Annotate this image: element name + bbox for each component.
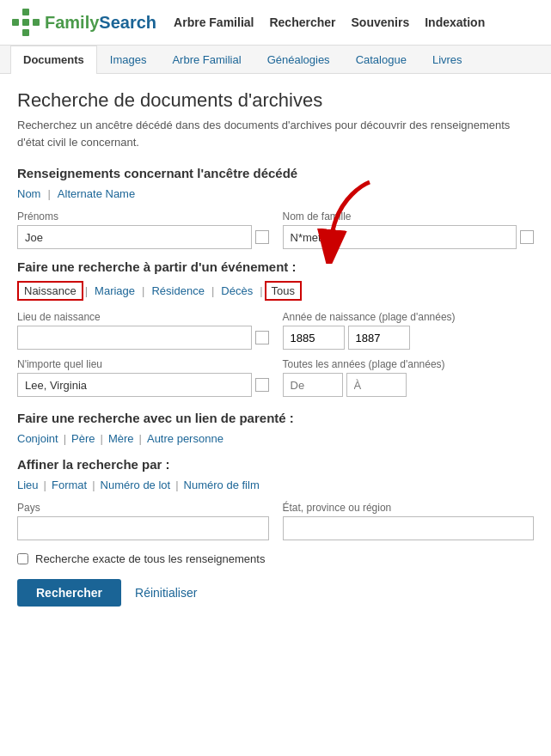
parente-section: Faire une recherche avec un lien de pare… <box>17 411 534 445</box>
lieu-annee-row: Lieu de naissance Année de naissance (pl… <box>17 311 534 350</box>
nav-souvenirs[interactable]: Souvenirs <box>352 15 410 29</box>
ancestor-section-title: Renseignements concernant l'ancêtre décé… <box>17 166 534 180</box>
etat-group: État, province ou région <box>283 502 535 540</box>
svg-rect-4 <box>22 29 29 36</box>
affiner-format[interactable]: Format <box>52 479 87 491</box>
affiner-section: Affiner la recherche par : Lieu | Format… <box>17 457 534 540</box>
reset-button[interactable]: Réinitialiser <box>135 586 197 600</box>
prenom-label: Prénoms <box>17 210 269 223</box>
page-description: Recherchez un ancêtre décédé dans des do… <box>17 117 534 150</box>
svg-rect-0 <box>22 9 29 15</box>
alternate-name-link[interactable]: Alternate Name <box>58 187 135 200</box>
country-row: Pays État, province ou région <box>17 502 534 540</box>
tab-documents[interactable]: Documents <box>10 46 97 74</box>
nav-arbre-familial[interactable]: Arbre Familial <box>174 15 254 29</box>
prenom-input[interactable] <box>17 225 252 249</box>
prenom-group: Prénoms <box>17 210 269 249</box>
annee-to-input[interactable] <box>348 326 410 350</box>
nom-link[interactable]: Nom <box>17 187 40 200</box>
pays-group: Pays <box>17 502 269 540</box>
any-place-label: N'importe quel lieu <box>17 358 269 370</box>
tab-livres[interactable]: Livres <box>419 46 475 73</box>
name-form-row: Prénoms Nom de famille <box>17 210 534 249</box>
header: FamilySearch Arbre Familial Rechercher S… <box>0 0 551 46</box>
svg-rect-2 <box>22 19 29 26</box>
toutes-annees-label: Toutes les années (plage d'années) <box>283 358 535 370</box>
parente-section-title: Faire une recherche avec un lien de pare… <box>17 411 534 425</box>
sub-nav: Documents Images Arbre Familial Généalog… <box>0 46 551 74</box>
lieu-naissance-group: Lieu de naissance <box>17 311 269 350</box>
logo-text: FamilySearch <box>45 13 156 33</box>
tab-deces[interactable]: Décès <box>216 283 258 299</box>
affiner-section-title: Affiner la recherche par : <box>17 457 534 472</box>
buttons-row: Rechercher Réinitialiser <box>17 579 534 607</box>
a-input[interactable] <box>346 373 407 397</box>
any-place-row: N'importe quel lieu Toutes les années (p… <box>17 358 534 397</box>
svg-rect-3 <box>33 19 40 26</box>
affiner-links: Lieu | Format | Numéro de lot | Numéro d… <box>17 479 534 491</box>
parente-links: Conjoint | Père | Mère | Autre personne <box>17 432 534 445</box>
any-place-checkbox[interactable] <box>255 378 269 392</box>
event-section: Faire une recherche à partir d'un événem… <box>17 259 534 397</box>
event-section-title: Faire une recherche à partir d'un événem… <box>17 259 534 274</box>
lieu-naissance-input[interactable] <box>17 326 252 350</box>
any-place-group: N'importe quel lieu <box>17 358 269 397</box>
exact-search-row: Recherche exacte de tous les renseigneme… <box>17 552 534 565</box>
tab-images[interactable]: Images <box>97 46 160 73</box>
exact-search-checkbox[interactable] <box>17 553 28 564</box>
affiner-lieu[interactable]: Lieu <box>17 479 39 491</box>
lieu-naissance-checkbox[interactable] <box>255 331 269 344</box>
parente-pere[interactable]: Père <box>71 432 95 445</box>
parente-conjoint[interactable]: Conjoint <box>17 432 58 445</box>
nom-famille-label: Nom de famille <box>283 210 535 223</box>
name-links: Nom | Alternate Name <box>17 187 534 200</box>
nav-indexation[interactable]: Indexation <box>425 15 485 29</box>
logo[interactable]: FamilySearch <box>10 7 156 38</box>
prenom-checkbox[interactable] <box>255 230 269 244</box>
main-content: Recherche de documents d'archives Recher… <box>0 74 551 622</box>
logo-icon <box>10 7 41 38</box>
exact-search-label: Recherche exacte de tous les renseigneme… <box>35 552 265 565</box>
event-tabs: Naissance | Mariage | Résidence | Décès … <box>17 281 534 301</box>
annee-naissance-label: Année de naissance (plage d'années) <box>283 311 535 323</box>
affiner-numero-film[interactable]: Numéro de film <box>184 479 260 491</box>
svg-rect-1 <box>12 19 19 26</box>
nav-rechercher[interactable]: Rechercher <box>269 15 335 29</box>
pays-input[interactable] <box>17 516 269 540</box>
ancestor-section: Renseignements concernant l'ancêtre décé… <box>17 166 534 249</box>
main-nav: Arbre Familial Rechercher Souvenirs Inde… <box>174 15 485 29</box>
search-button[interactable]: Rechercher <box>17 579 121 607</box>
tab-catalogue[interactable]: Catalogue <box>343 46 419 73</box>
tab-arbre-familial[interactable]: Arbre Familial <box>159 46 254 73</box>
tab-residence[interactable]: Résidence <box>146 283 209 299</box>
toutes-annees-group: Toutes les années (plage d'années) <box>283 358 535 397</box>
etat-label: État, province ou région <box>283 502 535 514</box>
annee-naissance-group: Année de naissance (plage d'années) <box>283 311 535 350</box>
parente-mere[interactable]: Mère <box>108 432 134 445</box>
page-title: Recherche de documents d'archives <box>17 89 534 112</box>
lieu-naissance-label: Lieu de naissance <box>17 311 269 323</box>
tab-tous[interactable]: Tous <box>265 281 302 301</box>
tab-mariage[interactable]: Mariage <box>89 283 140 299</box>
any-place-input[interactable] <box>17 373 252 397</box>
nom-famille-checkbox[interactable] <box>520 230 534 244</box>
affiner-numero-lot[interactable]: Numéro de lot <box>101 479 171 491</box>
tab-genealogies[interactable]: Généalogies <box>254 46 343 73</box>
parente-autre[interactable]: Autre personne <box>147 432 223 445</box>
nom-famille-input-row <box>283 225 535 249</box>
tab-naissance[interactable]: Naissance <box>17 281 83 301</box>
annee-from-input[interactable] <box>283 326 345 350</box>
etat-input[interactable] <box>283 516 535 540</box>
pays-label: Pays <box>17 502 269 514</box>
prenom-input-row <box>17 225 269 249</box>
de-input[interactable] <box>283 373 343 397</box>
nom-famille-group: Nom de famille <box>283 210 535 249</box>
nom-famille-input[interactable] <box>283 225 517 249</box>
